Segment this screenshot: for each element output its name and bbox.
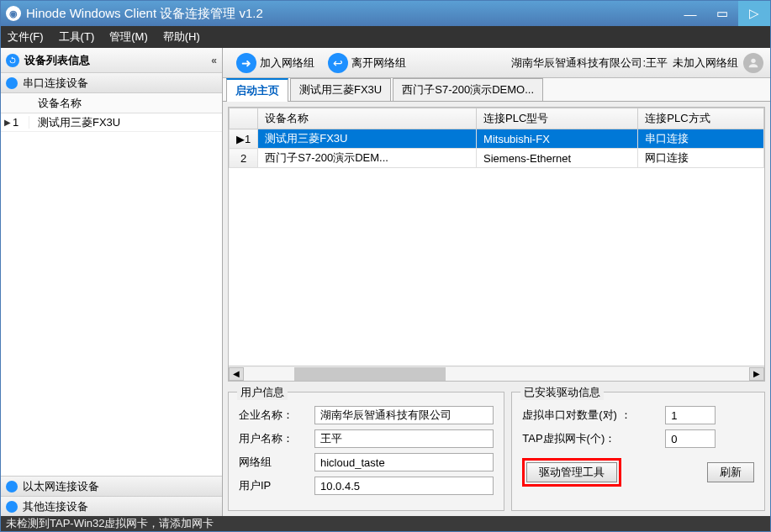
sidebar-title: 设备列表信息 xyxy=(24,53,90,68)
tab-device-1[interactable]: 测试用三菱FX3U xyxy=(290,78,391,101)
content-area: ➜ 加入网络组 ↩ 离开网络组 湖南华辰智通科技有限公司:王平 未加入网络组 启… xyxy=(223,48,770,516)
cell-name: 测试用三菱FX3U xyxy=(258,129,477,149)
tab-device-2[interactable]: 西门子S7-200演示DEMO... xyxy=(393,78,543,101)
sidebar-section-serial[interactable]: 串口连接设备 xyxy=(1,73,222,93)
globe-icon xyxy=(6,481,18,492)
titlebar: ◉ Hinode Windows Client 设备连接管理 v1.2 — ▭ … xyxy=(1,1,770,26)
leave-network-button[interactable]: ↩ 离开网络组 xyxy=(321,51,413,75)
vcom-label: 虚拟串口对数量(对) ： xyxy=(522,408,657,423)
driver-manage-highlight: 驱动管理工具 xyxy=(522,458,621,487)
arrow-right-icon: ➜ xyxy=(236,53,256,73)
table-row[interactable]: ▶1 测试用三菱FX3U Mitsubishi-FX 串口连接 xyxy=(230,129,764,149)
cell-name: 西门子S7-200演示DEM... xyxy=(258,149,477,168)
menu-help[interactable]: 帮助(H) xyxy=(163,29,200,45)
user-info-panel: 用户信息 企业名称： 用户名称： 网络组 用户IP xyxy=(228,392,504,511)
toolbar: ➜ 加入网络组 ↩ 离开网络组 湖南华辰智通科技有限公司:王平 未加入网络组 xyxy=(223,48,770,78)
col-name[interactable]: 设备名称 xyxy=(258,108,477,129)
table-row[interactable]: 2 西门子S7-200演示DEM... Siemens-Ethernet 网口连… xyxy=(230,149,764,168)
ip-field[interactable] xyxy=(314,477,494,495)
org-user-label: 湖南华辰智通科技有限公司:王平 xyxy=(511,55,668,71)
collapse-icon[interactable]: « xyxy=(211,55,217,66)
tap-label: TAP虚拟网卡(个)： xyxy=(522,431,657,446)
minimize-button[interactable]: — xyxy=(674,1,706,26)
grid-header-row: 设备名称 连接PLC型号 连接PLC方式 xyxy=(230,108,764,129)
cell-plc: Siemens-Ethernet xyxy=(477,149,638,168)
sidebar-device-row[interactable]: ▶1 测试用三菱FX3U xyxy=(1,113,222,132)
menubar: 文件(F) 工具(T) 管理(M) 帮助(H) xyxy=(1,26,770,48)
sidebar-section-label: 串口连接设备 xyxy=(23,76,88,91)
group-field[interactable] xyxy=(314,453,494,471)
scroll-right-icon[interactable]: ▶ xyxy=(749,367,764,381)
globe-icon xyxy=(6,77,18,89)
maximize-button[interactable]: ▭ xyxy=(706,1,738,26)
row-indicator-icon: ▶ xyxy=(4,118,11,127)
join-network-button[interactable]: ➜ 加入网络组 xyxy=(230,51,321,75)
device-grid: 设备名称 连接PLC型号 连接PLC方式 ▶1 测试用三菱FX3U Mitsub… xyxy=(228,107,765,382)
scroll-thumb[interactable] xyxy=(294,367,446,381)
user-panel-legend: 用户信息 xyxy=(237,385,288,400)
scroll-left-icon[interactable]: ◀ xyxy=(229,367,244,381)
cell-method: 串口连接 xyxy=(638,129,764,149)
company-field[interactable] xyxy=(314,406,494,424)
sidebar-column-header: 设备名称 xyxy=(1,93,222,113)
user-avatar-icon[interactable] xyxy=(743,53,763,73)
tap-field[interactable] xyxy=(665,429,716,448)
window-title: Hinode Windows Client 设备连接管理 v1.2 xyxy=(26,6,674,22)
sidebar: 设备列表信息 « 串口连接设备 设备名称 ▶1 测试用三菱FX3U 以太网连接设… xyxy=(1,48,223,516)
driver-info-panel: 已安装驱动信息 虚拟串口对数量(对) ： TAP虚拟网卡(个)： 驱动管理工具 … xyxy=(511,392,765,511)
cell-plc: Mitsubishi-FX xyxy=(477,129,638,149)
driver-panel-legend: 已安装驱动信息 xyxy=(520,385,604,400)
vcom-field[interactable] xyxy=(665,406,716,424)
company-label: 企业名称： xyxy=(239,408,306,423)
tab-home[interactable]: 启动主页 xyxy=(226,78,288,102)
status-text: 未检测到TAP-Win32虚拟网卡，请添加网卡 xyxy=(6,516,214,531)
group-label: 网络组 xyxy=(239,455,306,470)
sidebar-bottom-sections: 以太网连接设备 其他连接设备 xyxy=(1,476,222,516)
sidebar-device-list: 设备名称 ▶1 测试用三菱FX3U xyxy=(1,93,222,476)
bottom-panels: 用户信息 企业名称： 用户名称： 网络组 用户IP xyxy=(223,387,770,516)
sidebar-section-ethernet[interactable]: 以太网连接设备 xyxy=(1,476,222,496)
sidebar-col-name: 设备名称 xyxy=(29,96,222,111)
globe-icon xyxy=(6,501,18,513)
sidebar-device-name: 测试用三菱FX3U xyxy=(29,115,222,130)
arrow-left-icon: ↩ xyxy=(328,53,348,73)
ip-label: 用户IP xyxy=(239,478,306,493)
menu-manage[interactable]: 管理(M) xyxy=(109,29,148,45)
refresh-button[interactable]: 刷新 xyxy=(707,462,754,482)
col-method[interactable]: 连接PLC方式 xyxy=(638,108,764,129)
close-button[interactable]: ▷ xyxy=(738,1,770,26)
status-bar: 未检测到TAP-Win32虚拟网卡，请添加网卡 xyxy=(1,516,770,531)
menu-file[interactable]: 文件(F) xyxy=(8,29,44,45)
cell-method: 网口连接 xyxy=(638,149,764,168)
menu-tool[interactable]: 工具(T) xyxy=(59,29,95,45)
user-label: 用户名称： xyxy=(239,431,306,446)
driver-manage-button[interactable]: 驱动管理工具 xyxy=(526,462,617,482)
svg-point-0 xyxy=(751,58,755,62)
app-logo-icon: ◉ xyxy=(6,6,21,21)
sidebar-section-other[interactable]: 其他连接设备 xyxy=(1,496,222,516)
refresh-icon xyxy=(6,54,19,67)
horizontal-scrollbar[interactable]: ◀ ▶ xyxy=(229,366,764,381)
tab-bar: 启动主页 测试用三菱FX3U 西门子S7-200演示DEMO... xyxy=(223,78,770,102)
network-status: 未加入网络组 xyxy=(673,55,738,71)
user-field[interactable] xyxy=(314,429,494,448)
col-plc[interactable]: 连接PLC型号 xyxy=(477,108,638,129)
sidebar-header: 设备列表信息 « xyxy=(1,48,222,73)
